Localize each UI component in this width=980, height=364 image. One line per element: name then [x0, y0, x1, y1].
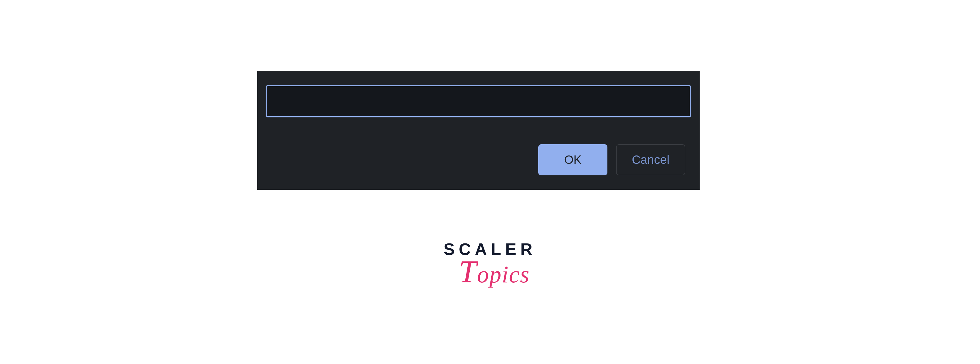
prompt-input[interactable]: [266, 85, 691, 117]
prompt-dialog: OK Cancel: [257, 71, 700, 190]
ok-button[interactable]: OK: [538, 144, 608, 176]
dialog-button-row: OK Cancel: [266, 144, 691, 181]
logo-text-topics: Topics: [452, 254, 536, 290]
brand-logo: SCALER Topics: [444, 239, 536, 290]
cancel-button[interactable]: Cancel: [616, 144, 685, 176]
